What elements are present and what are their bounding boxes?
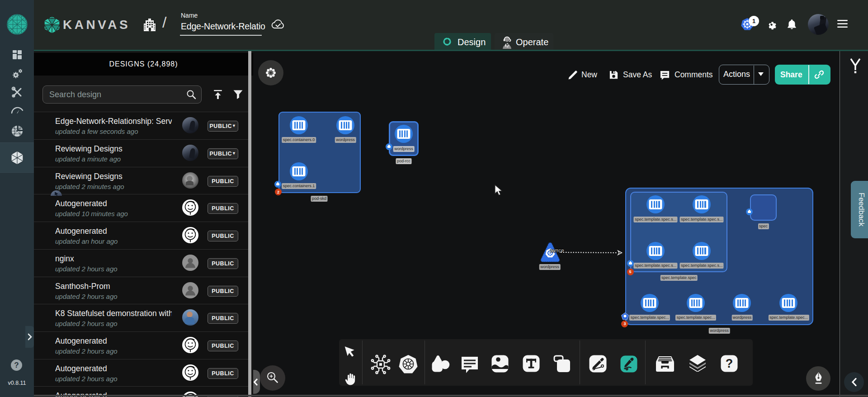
svg-text:?: ?	[726, 357, 733, 370]
